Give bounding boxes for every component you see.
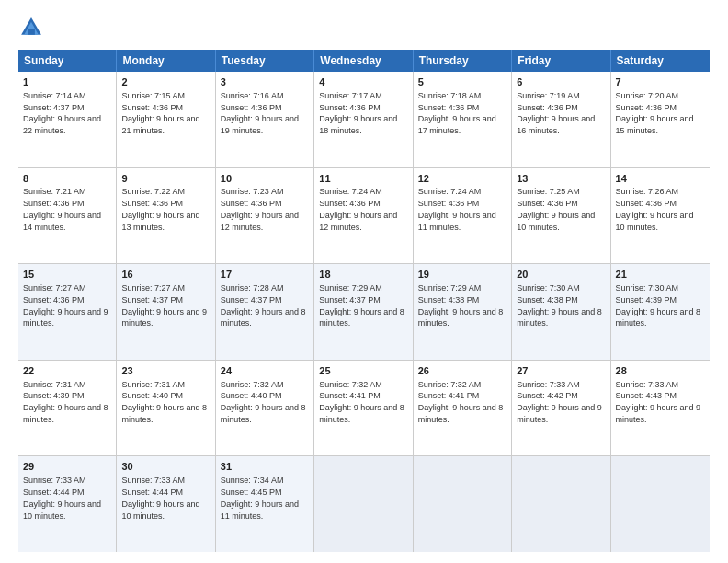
cell-text: Sunrise: 7:33 AMSunset: 4:44 PMDaylight:… <box>121 476 199 520</box>
calendar-header: SundayMondayTuesdayWednesdayThursdayFrid… <box>18 50 710 72</box>
cell-text: Sunrise: 7:18 AMSunset: 4:36 PMDaylight:… <box>418 91 496 135</box>
calendar-row: 8Sunrise: 7:21 AMSunset: 4:36 PMDaylight… <box>18 168 710 265</box>
calendar-cell <box>512 456 610 552</box>
calendar-cell: 24Sunrise: 7:32 AMSunset: 4:40 PMDayligh… <box>216 361 314 456</box>
cell-text: Sunrise: 7:23 AMSunset: 4:36 PMDaylight:… <box>221 187 299 231</box>
calendar-cell: 9Sunrise: 7:22 AMSunset: 4:36 PMDaylight… <box>117 168 215 264</box>
calendar-cell: 6Sunrise: 7:19 AMSunset: 4:36 PMDaylight… <box>512 72 610 167</box>
day-number: 20 <box>517 268 605 282</box>
calendar-cell: 23Sunrise: 7:31 AMSunset: 4:40 PMDayligh… <box>117 361 215 456</box>
cell-text: Sunrise: 7:30 AMSunset: 4:39 PMDaylight:… <box>616 283 701 327</box>
cell-text: Sunrise: 7:21 AMSunset: 4:36 PMDaylight:… <box>23 187 101 231</box>
calendar-row: 22Sunrise: 7:31 AMSunset: 4:39 PMDayligh… <box>18 361 710 457</box>
day-number: 19 <box>418 268 506 282</box>
day-number: 25 <box>319 364 407 378</box>
day-number: 9 <box>121 172 210 186</box>
day-number: 17 <box>221 268 309 282</box>
calendar-cell: 19Sunrise: 7:29 AMSunset: 4:38 PMDayligh… <box>414 264 512 360</box>
cell-text: Sunrise: 7:27 AMSunset: 4:37 PMDaylight:… <box>121 283 207 327</box>
weekday-header: Wednesday <box>314 50 413 72</box>
weekday-header: Sunday <box>18 50 117 72</box>
cell-text: Sunrise: 7:20 AMSunset: 4:36 PMDaylight:… <box>616 91 694 135</box>
day-number: 13 <box>517 172 605 186</box>
day-number: 31 <box>221 460 309 474</box>
calendar-cell: 4Sunrise: 7:17 AMSunset: 4:36 PMDaylight… <box>314 72 413 167</box>
calendar-cell: 27Sunrise: 7:33 AMSunset: 4:42 PMDayligh… <box>512 361 610 456</box>
day-number: 8 <box>23 172 111 186</box>
logo <box>18 15 48 40</box>
cell-text: Sunrise: 7:32 AMSunset: 4:41 PMDaylight:… <box>418 380 504 424</box>
day-number: 18 <box>319 268 407 282</box>
calendar-cell <box>314 456 413 552</box>
weekday-header: Friday <box>512 50 610 72</box>
day-number: 7 <box>616 75 705 89</box>
cell-text: Sunrise: 7:31 AMSunset: 4:40 PMDaylight:… <box>121 380 207 424</box>
calendar-cell: 10Sunrise: 7:23 AMSunset: 4:36 PMDayligh… <box>216 168 314 264</box>
cell-text: Sunrise: 7:33 AMSunset: 4:43 PMDaylight:… <box>616 380 701 424</box>
day-number: 6 <box>517 75 605 89</box>
calendar-row: 15Sunrise: 7:27 AMSunset: 4:36 PMDayligh… <box>18 264 710 361</box>
day-number: 28 <box>616 364 705 378</box>
calendar-cell: 18Sunrise: 7:29 AMSunset: 4:37 PMDayligh… <box>314 264 413 360</box>
calendar-cell: 26Sunrise: 7:32 AMSunset: 4:41 PMDayligh… <box>414 361 512 456</box>
calendar-cell: 16Sunrise: 7:27 AMSunset: 4:37 PMDayligh… <box>117 264 215 360</box>
cell-text: Sunrise: 7:29 AMSunset: 4:37 PMDaylight:… <box>319 283 404 327</box>
cell-text: Sunrise: 7:19 AMSunset: 4:36 PMDaylight:… <box>517 91 595 135</box>
calendar: SundayMondayTuesdayWednesdayThursdayFrid… <box>18 50 710 552</box>
calendar-cell: 5Sunrise: 7:18 AMSunset: 4:36 PMDaylight… <box>414 72 512 167</box>
day-number: 27 <box>517 364 605 378</box>
cell-text: Sunrise: 7:24 AMSunset: 4:36 PMDaylight:… <box>418 187 496 231</box>
day-number: 21 <box>616 268 705 282</box>
calendar-cell: 30Sunrise: 7:33 AMSunset: 4:44 PMDayligh… <box>117 456 215 552</box>
calendar-cell: 14Sunrise: 7:26 AMSunset: 4:36 PMDayligh… <box>611 168 710 264</box>
calendar-cell: 15Sunrise: 7:27 AMSunset: 4:36 PMDayligh… <box>18 264 117 360</box>
cell-text: Sunrise: 7:16 AMSunset: 4:36 PMDaylight:… <box>221 91 299 135</box>
weekday-header: Saturday <box>611 50 710 72</box>
cell-text: Sunrise: 7:31 AMSunset: 4:39 PMDaylight:… <box>23 380 108 424</box>
day-number: 3 <box>221 75 309 89</box>
cell-text: Sunrise: 7:25 AMSunset: 4:36 PMDaylight:… <box>517 187 595 231</box>
cell-text: Sunrise: 7:28 AMSunset: 4:37 PMDaylight:… <box>221 283 306 327</box>
cell-text: Sunrise: 7:34 AMSunset: 4:45 PMDaylight:… <box>221 476 299 520</box>
day-number: 24 <box>221 364 309 378</box>
calendar-cell: 1Sunrise: 7:14 AMSunset: 4:37 PMDaylight… <box>18 72 117 167</box>
calendar-row: 29Sunrise: 7:33 AMSunset: 4:44 PMDayligh… <box>18 456 710 552</box>
calendar-cell: 12Sunrise: 7:24 AMSunset: 4:36 PMDayligh… <box>414 168 512 264</box>
day-number: 1 <box>23 75 111 89</box>
cell-text: Sunrise: 7:14 AMSunset: 4:37 PMDaylight:… <box>23 91 101 135</box>
day-number: 5 <box>418 75 506 89</box>
header <box>18 15 710 40</box>
cell-text: Sunrise: 7:32 AMSunset: 4:41 PMDaylight:… <box>319 380 404 424</box>
calendar-cell: 17Sunrise: 7:28 AMSunset: 4:37 PMDayligh… <box>216 264 314 360</box>
day-number: 23 <box>121 364 210 378</box>
cell-text: Sunrise: 7:22 AMSunset: 4:36 PMDaylight:… <box>121 187 199 231</box>
cell-text: Sunrise: 7:32 AMSunset: 4:40 PMDaylight:… <box>221 380 306 424</box>
calendar-cell: 25Sunrise: 7:32 AMSunset: 4:41 PMDayligh… <box>314 361 413 456</box>
cell-text: Sunrise: 7:33 AMSunset: 4:42 PMDaylight:… <box>517 380 602 424</box>
cell-text: Sunrise: 7:33 AMSunset: 4:44 PMDaylight:… <box>23 476 101 520</box>
calendar-cell: 28Sunrise: 7:33 AMSunset: 4:43 PMDayligh… <box>611 361 710 456</box>
cell-text: Sunrise: 7:17 AMSunset: 4:36 PMDaylight:… <box>319 91 397 135</box>
weekday-header: Thursday <box>414 50 512 72</box>
day-number: 4 <box>319 75 407 89</box>
calendar-cell: 13Sunrise: 7:25 AMSunset: 4:36 PMDayligh… <box>512 168 610 264</box>
calendar-row: 1Sunrise: 7:14 AMSunset: 4:37 PMDaylight… <box>18 72 710 168</box>
day-number: 26 <box>418 364 506 378</box>
calendar-cell: 21Sunrise: 7:30 AMSunset: 4:39 PMDayligh… <box>611 264 710 360</box>
calendar-cell <box>414 456 512 552</box>
cell-text: Sunrise: 7:26 AMSunset: 4:36 PMDaylight:… <box>616 187 694 231</box>
calendar-cell: 3Sunrise: 7:16 AMSunset: 4:36 PMDaylight… <box>216 72 314 167</box>
cell-text: Sunrise: 7:29 AMSunset: 4:38 PMDaylight:… <box>418 283 504 327</box>
calendar-cell: 29Sunrise: 7:33 AMSunset: 4:44 PMDayligh… <box>18 456 117 552</box>
cell-text: Sunrise: 7:24 AMSunset: 4:36 PMDaylight:… <box>319 187 397 231</box>
day-number: 15 <box>23 268 111 282</box>
weekday-header: Monday <box>117 50 215 72</box>
cell-text: Sunrise: 7:30 AMSunset: 4:38 PMDaylight:… <box>517 283 602 327</box>
calendar-cell: 11Sunrise: 7:24 AMSunset: 4:36 PMDayligh… <box>314 168 413 264</box>
calendar-cell: 22Sunrise: 7:31 AMSunset: 4:39 PMDayligh… <box>18 361 117 456</box>
day-number: 2 <box>121 75 210 89</box>
day-number: 12 <box>418 172 506 186</box>
calendar-cell: 20Sunrise: 7:30 AMSunset: 4:38 PMDayligh… <box>512 264 610 360</box>
page: SundayMondayTuesdayWednesdayThursdayFrid… <box>0 0 728 563</box>
calendar-cell <box>611 456 710 552</box>
